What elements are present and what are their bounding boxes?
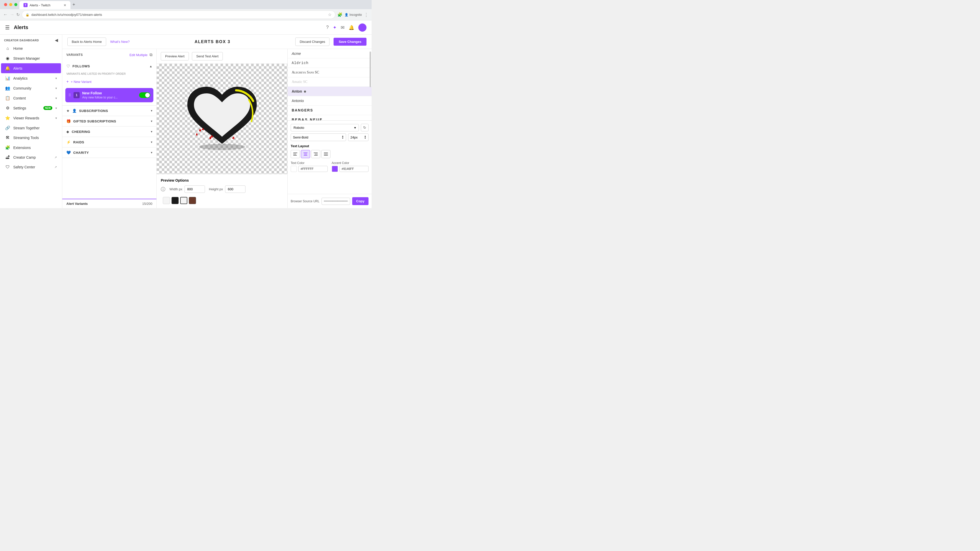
more-btn[interactable]: ⋮ <box>364 12 369 17</box>
width-input[interactable] <box>185 186 205 193</box>
notifications-btn[interactable]: 🔔 <box>348 25 354 30</box>
sidebar-item-streaming-tools[interactable]: 🛠 Streaming Tools <box>1 133 61 143</box>
variants-footer: Alert Variants 15/200 <box>62 199 156 208</box>
font-style-select[interactable]: Semi-Bold ▲▼ <box>291 133 346 141</box>
font-item-anton[interactable]: Anton <box>288 87 372 96</box>
settings-chevron-icon: ▾ <box>56 106 57 110</box>
charity-chevron-icon: ▾ <box>151 151 152 154</box>
copy-variants-btn[interactable]: ⧉ <box>150 52 152 57</box>
browser-minimize[interactable] <box>9 3 12 6</box>
charity-section-header[interactable]: 💙 CHARITY ▾ <box>62 148 156 158</box>
sidebar-collapse-btn[interactable]: ◀ <box>55 38 58 43</box>
font-item-alegreya[interactable]: Alegreya Sans SC <box>288 68 372 77</box>
subscriptions-section-header[interactable]: ★ 👤 SUBSCRIPTIONS ▾ <box>62 106 156 116</box>
cheering-section-header[interactable]: ◆ CHEERING ▾ <box>62 127 156 137</box>
text-color-swatch[interactable] <box>291 166 297 172</box>
align-center-btn[interactable] <box>301 150 310 158</box>
align-left-btn[interactable] <box>291 150 300 158</box>
font-refresh-btn[interactable]: ↻ <box>361 124 369 131</box>
sidebar-item-settings[interactable]: ⚙ Settings NEW ▾ <box>1 103 61 113</box>
font-family-select[interactable]: Roboto ▾ <box>291 124 359 131</box>
variants-priority-note: VARIANTS ARE LISTED IN PRIORITY ORDER <box>62 72 156 77</box>
follows-heart-icon: ♡ <box>66 64 70 68</box>
sidebar-extensions-label: Extensions <box>13 146 30 150</box>
sidebar-item-community[interactable]: 👥 Community ▾ <box>1 83 61 93</box>
align-right-btn[interactable] <box>311 150 320 158</box>
sidebar-item-stream-manager[interactable]: ◉ Stream Manager <box>1 53 61 63</box>
gifted-section-header[interactable]: 🎁 GIFTED SUBSCRIPTIONS ▾ <box>62 116 156 126</box>
discard-changes-btn[interactable]: Discard Changes <box>295 38 329 46</box>
save-changes-btn[interactable]: Save Changes <box>334 38 366 46</box>
font-item-antonio[interactable]: Antonio <box>288 96 372 106</box>
font-size-select[interactable]: 24px ▲▼ <box>348 133 369 141</box>
font-item-bebas-neue[interactable]: BEBAS NEUE <box>288 115 372 121</box>
help-icon-btn[interactable]: ? <box>326 25 329 30</box>
follows-section-header[interactable]: ♡ FOLLOWS ▲ <box>62 61 156 72</box>
bg-swatch-dark[interactable] <box>172 197 179 204</box>
tab-close-icon[interactable]: ✕ <box>64 3 66 7</box>
address-bar[interactable]: 🔒 dashboard.twitch.tv/u/moodjoy071/strea… <box>22 11 335 19</box>
sidebar-item-stream-together[interactable]: 🔗 Stream Together <box>1 123 61 133</box>
browser-maximize[interactable] <box>14 3 18 6</box>
font-item-amatic[interactable]: Amatic SC <box>288 77 372 87</box>
raids-section-header[interactable]: ⚡ RAIDS ▾ <box>62 137 156 147</box>
sidebar-item-alerts[interactable]: 🔔 Alerts <box>1 63 61 73</box>
forward-nav-btn[interactable]: → <box>10 12 14 17</box>
bg-swatch-light[interactable] <box>163 197 170 204</box>
accent-color-hex-input[interactable] <box>339 166 369 172</box>
variant-item[interactable]: ⠿ 1 New Follow Any new follow to your c.… <box>65 88 153 102</box>
height-input[interactable] <box>225 186 245 193</box>
browser-tab[interactable]: T Alerts - Twitch ✕ <box>19 1 70 9</box>
channel-points-btn[interactable]: ✦ <box>333 25 337 30</box>
browser-close[interactable] <box>4 3 7 6</box>
settings-new-badge: NEW <box>43 106 52 110</box>
copy-url-btn[interactable]: Copy <box>352 197 369 205</box>
sidebar-item-viewer-rewards[interactable]: ⭐ Viewer Rewards ▾ <box>1 113 61 123</box>
sidebar-settings-label: Settings <box>13 106 40 110</box>
extensions-btn[interactable]: 🧩 <box>337 12 342 17</box>
cheering-section: ◆ CHEERING ▾ <box>62 127 156 137</box>
font-item-bangers[interactable]: BANGERS <box>288 106 372 115</box>
width-label: Width px <box>169 187 183 191</box>
font-item-acme[interactable]: Acme <box>288 49 372 59</box>
new-variant-btn[interactable]: + + New Variant <box>62 77 156 86</box>
community-chevron-icon: ▾ <box>56 86 57 90</box>
sidebar-item-safety-center[interactable]: 🛡 Safety Center ↗ <box>1 162 61 172</box>
preview-toolbar: Preview Alert Send Test Alert <box>157 49 287 64</box>
messages-btn[interactable]: ✉ <box>341 25 345 30</box>
font-item-aldrich[interactable]: Aldrich <box>288 59 372 68</box>
send-test-alert-btn[interactable]: Send Test Alert <box>192 52 223 60</box>
sidebar-item-content[interactable]: 📋 Content ▾ <box>1 93 61 103</box>
back-nav-btn[interactable]: ← <box>3 12 8 17</box>
new-tab-btn[interactable]: + <box>70 2 77 7</box>
preview-alert-btn[interactable]: Preview Alert <box>161 52 189 60</box>
edit-multiple-btn[interactable]: Edit Multiple <box>129 53 148 57</box>
bsu-input[interactable] <box>321 198 350 205</box>
follows-chevron-up-icon: ▲ <box>149 65 152 68</box>
variants-panel: VARIANTS Edit Multiple ⧉ ♡ FOLLOWS ▲ <box>62 49 157 208</box>
info-circle-icon[interactable]: ⓘ <box>161 186 165 192</box>
sidebar-item-home[interactable]: ⌂ Home <box>1 44 61 53</box>
reload-btn[interactable]: ↻ <box>16 12 20 17</box>
sidebar-item-creator-camp[interactable]: 🏕 Creator Camp ↗ <box>1 152 61 162</box>
sidebar-item-extensions[interactable]: 🧩 Extensions <box>1 143 61 152</box>
bg-swatch-brown[interactable] <box>189 197 196 204</box>
subscriptions-star-icon: ★ <box>66 109 70 113</box>
accent-color-swatch[interactable] <box>332 166 338 172</box>
subscriptions-chevron-icon: ▾ <box>151 109 152 113</box>
sidebar-item-analytics[interactable]: 📊 Analytics ▾ <box>1 73 61 83</box>
variants-title: VARIANTS <box>66 53 83 57</box>
whats-new-btn[interactable]: What's New? <box>110 40 130 44</box>
svg-rect-3 <box>293 155 297 156</box>
bg-swatch-mid[interactable] <box>180 197 187 204</box>
variant-toggle[interactable] <box>139 92 150 98</box>
star-icon[interactable]: ☆ <box>328 12 331 17</box>
follows-section: ♡ FOLLOWS ▲ VARIANTS ARE LISTED IN PRIOR… <box>62 61 156 106</box>
align-justify-btn[interactable] <box>321 150 331 158</box>
avatar[interactable] <box>358 24 366 32</box>
browser-chrome: T Alerts - Twitch ✕ + <box>0 0 372 9</box>
back-to-alerts-btn[interactable]: Back to Alerts Home <box>67 38 106 46</box>
hamburger-menu-btn[interactable]: ☰ <box>5 24 10 30</box>
text-color-hex-input[interactable] <box>298 166 328 172</box>
preview-canvas <box>157 64 287 174</box>
